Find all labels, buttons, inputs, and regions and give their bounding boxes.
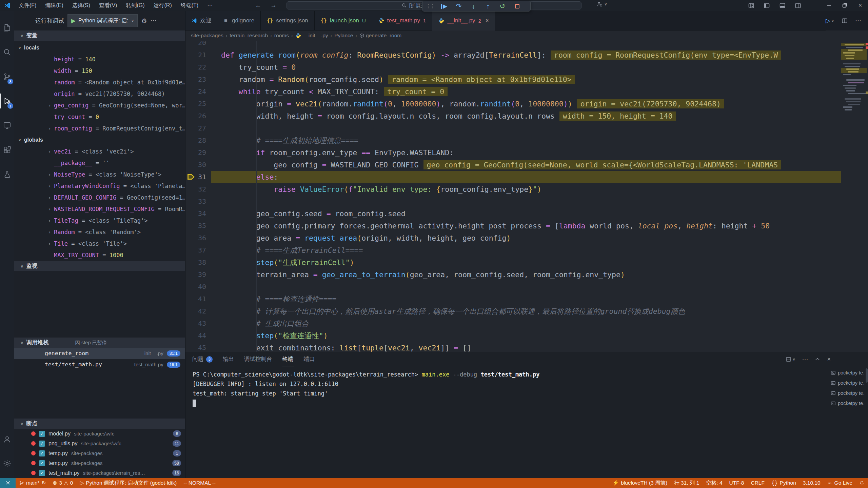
- breakpoint-row[interactable]: ✓model.pysite-packages\wfc6: [14, 429, 185, 439]
- variable-row[interactable]: ›TileTag = <class 'TileTag'>: [41, 215, 185, 226]
- expand-chevron-icon[interactable]: ›: [45, 183, 54, 189]
- variable-row[interactable]: ›room_config = RoomRequestConfig(env_t…: [41, 123, 185, 134]
- breakpoint-checkbox[interactable]: ✓: [39, 431, 45, 437]
- activity-run-debug-button[interactable]: 1: [0, 89, 14, 113]
- editor-more-actions-icon[interactable]: ⋯: [855, 17, 861, 24]
- more-actions-icon[interactable]: ⋯: [151, 17, 157, 24]
- activity-settings-button[interactable]: [0, 451, 14, 476]
- expand-chevron-icon[interactable]: ›: [45, 241, 54, 246]
- panel-maximize-button[interactable]: [815, 357, 820, 362]
- menu-more-button[interactable]: ⋯: [203, 0, 217, 11]
- variable-row[interactable]: MAX_TRY_COUNT = 1000: [41, 249, 185, 261]
- code-line-26[interactable]: width, height = room_config.layout.n_col…: [211, 110, 841, 122]
- start-debug-icon[interactable]: ▶: [71, 17, 76, 24]
- code-editor[interactable]: 2021222324252627282930313233343536373839…: [185, 41, 868, 352]
- eol-status[interactable]: CRLF: [747, 478, 768, 488]
- breakpoint-checkbox[interactable]: ✓: [39, 441, 45, 447]
- line-number[interactable]: 30: [185, 159, 211, 171]
- profile-button[interactable]: ∨: [597, 1, 607, 7]
- code-line-40[interactable]: [211, 281, 841, 293]
- line-number[interactable]: 31: [185, 171, 211, 183]
- notifications-bell[interactable]: [856, 478, 868, 488]
- breakpoint-checkbox[interactable]: ✓: [39, 460, 45, 466]
- line-number[interactable]: 28: [185, 134, 211, 146]
- variable-scope-locals[interactable]: ∨locals: [14, 42, 185, 54]
- indentation-status[interactable]: 空格: 4: [703, 478, 726, 488]
- debug-step-into-button[interactable]: ↓: [469, 2, 478, 11]
- tab--[interactable]: 欢迎: [185, 11, 218, 30]
- line-number[interactable]: 23: [185, 73, 211, 85]
- remote-indicator[interactable]: [0, 478, 16, 488]
- code-line-32[interactable]: raise ValueError(f"Invalid env type: {ro…: [211, 183, 841, 195]
- variable-row[interactable]: ›WASTELAND_ROOM_REQUEST_CONFIG = RoomR…: [41, 203, 185, 215]
- panel-tab-调试控制台[interactable]: 调试控制台: [244, 352, 272, 366]
- breadcrumb-item-0[interactable]: site-packages: [191, 33, 223, 39]
- menu-item-4[interactable]: 转到(G): [121, 0, 149, 11]
- code-line-24[interactable]: while try_count < MAX_TRY_COUNT:try_coun…: [211, 85, 841, 98]
- line-number[interactable]: 34: [185, 207, 211, 220]
- gear-icon[interactable]: ⚙: [141, 17, 147, 25]
- encoding-status[interactable]: UTF-8: [726, 478, 748, 488]
- variable-row[interactable]: ›Random = <class 'Random'>: [41, 226, 185, 238]
- code-line-37[interactable]: # ====生成TerrainCell====: [211, 244, 841, 256]
- code-line-39[interactable]: terrain_area = geo_area_to_terrain(geo_a…: [211, 268, 841, 281]
- line-number[interactable]: 26: [185, 110, 211, 122]
- line-number[interactable]: 37: [185, 244, 211, 256]
- drag-grip-icon[interactable]: ⋮⋮: [426, 3, 434, 9]
- expand-chevron-icon[interactable]: ›: [45, 218, 54, 223]
- debug-step-over-button[interactable]: ↷: [454, 2, 463, 11]
- menu-item-6[interactable]: 终端(T): [176, 0, 203, 11]
- panel-more-actions-icon[interactable]: ⋯: [802, 355, 808, 363]
- variable-row[interactable]: ›DEFAULT_GEO_CONFIG = GeoConfig(seed=1…: [41, 192, 185, 203]
- panel-tab-端口[interactable]: 端口: [304, 352, 315, 366]
- terminal-views-button[interactable]: ∨: [786, 357, 795, 362]
- python-interpreter-status[interactable]: 3.10.10: [800, 478, 824, 488]
- menu-item-5[interactable]: 运行(R): [149, 0, 176, 11]
- line-number[interactable]: 29: [185, 146, 211, 159]
- line-number[interactable]: 32: [185, 183, 211, 195]
- variable-row[interactable]: width = 150: [41, 65, 185, 77]
- variables-section-header[interactable]: ∨ 变量: [14, 30, 185, 41]
- watch-section-header[interactable]: ∨ 监视: [14, 261, 185, 271]
- run-python-file-button[interactable]: ▷∨: [826, 17, 834, 24]
- overview-ruler[interactable]: [866, 41, 868, 352]
- code-line-45[interactable]: exit_combinations: list[tuple[vec2i, vec…: [211, 342, 841, 352]
- cursor-position-status[interactable]: 行 31, 列 1: [671, 478, 703, 488]
- code-line-34[interactable]: geo_config.seed = room_config.seed: [211, 207, 841, 220]
- toggle-secondary-sidebar-button[interactable]: [790, 0, 806, 11]
- line-number[interactable]: 39: [185, 268, 211, 281]
- line-number[interactable]: 25: [185, 98, 211, 110]
- breakpoints-section-header[interactable]: ∨ 断点: [14, 419, 185, 429]
- line-number[interactable]: 21: [185, 49, 211, 61]
- variable-row[interactable]: random = <Random object at 0x1bf9d01e…: [41, 77, 185, 88]
- activity-search-button[interactable]: [0, 40, 14, 64]
- code-line-36[interactable]: geo_area = request_area(origin, width, h…: [211, 232, 841, 244]
- breakpoint-row[interactable]: ✓temp.pysite-packages1: [14, 448, 185, 458]
- debug-session-status[interactable]: ▷ Python 调试程序: 启动文件 (godot-ldtk): [76, 478, 180, 488]
- line-number[interactable]: 41: [185, 293, 211, 305]
- breadcrumb-item-2[interactable]: rooms: [274, 33, 289, 39]
- terminal-instance-row[interactable]: pocketpy te…: [831, 368, 865, 378]
- activity-source-control-button[interactable]: 3: [0, 64, 14, 89]
- menu-item-3[interactable]: 查看(V): [95, 0, 121, 11]
- variable-row[interactable]: ›Tile = <class 'Tile'>: [41, 238, 185, 249]
- activity-explorer-button[interactable]: [0, 16, 14, 40]
- code-line-22[interactable]: try_count = 0: [211, 61, 841, 73]
- breakpoint-row[interactable]: ✓png_utils.pysite-packages\wfc11: [14, 439, 185, 448]
- code-line-33[interactable]: [211, 195, 841, 207]
- vim-mode-indicator[interactable]: -- NORMAL --: [180, 478, 219, 488]
- problems-status[interactable]: ⊗3 △0: [49, 478, 76, 488]
- nav-back-icon[interactable]: ←: [255, 2, 261, 9]
- breadcrumb-item-5[interactable]: generate_room: [359, 33, 401, 39]
- watch-list[interactable]: [14, 271, 185, 338]
- code-line-25[interactable]: origin = vec2i(random.randint(0, 1000000…: [211, 98, 841, 110]
- line-number[interactable]: 38: [185, 256, 211, 268]
- panel-tab-输出[interactable]: 输出: [223, 352, 234, 366]
- breakpoint-row[interactable]: ✓temp.pysite-packages58: [14, 458, 185, 468]
- split-editor-button[interactable]: [842, 18, 848, 24]
- git-branch-status[interactable]: main* ↻: [16, 478, 49, 488]
- window-minimize-button[interactable]: [821, 0, 837, 11]
- tab-test_math.py[interactable]: test_math.py1: [372, 11, 433, 30]
- line-number[interactable]: 36: [185, 232, 211, 244]
- terminal-output[interactable]: PS C:\computer_science\godot-ldtk\site-p…: [185, 366, 868, 408]
